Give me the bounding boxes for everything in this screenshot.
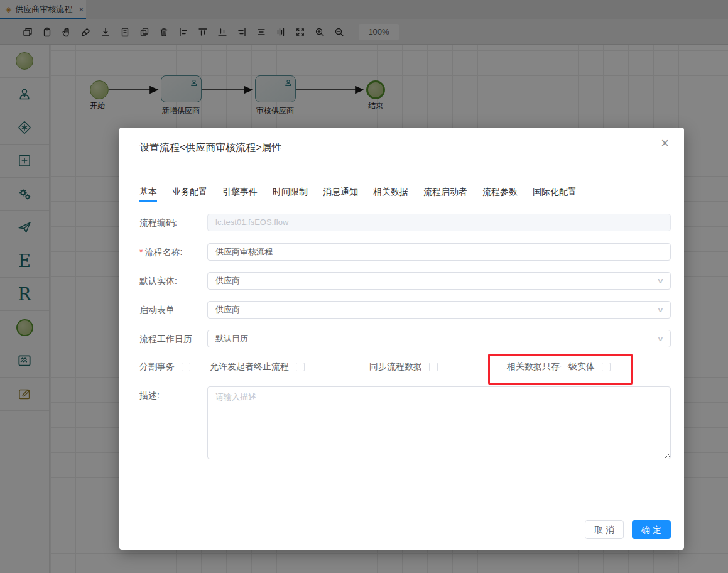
- dialog-footer: 取 消 确 定: [585, 520, 671, 539]
- chevron-down-icon: ∨: [656, 273, 664, 289]
- option-sync-process-data: 同步流程数据: [369, 358, 438, 376]
- close-icon[interactable]: ×: [661, 136, 669, 150]
- description-textarea[interactable]: [207, 386, 671, 459]
- start-form-select[interactable]: 供应商 ∨: [207, 301, 671, 319]
- option-allow-initiator-terminate: 允许发起者终止流程: [210, 358, 305, 376]
- tab-message-notify[interactable]: 消息通知: [323, 187, 358, 202]
- default-entity-select[interactable]: 供应商 ∨: [207, 272, 671, 290]
- option-related-data-one-level: 相关数据只存一级实体: [507, 358, 611, 376]
- form-row-work-calendar: 流程工作日历 默认日历 ∨: [139, 330, 671, 347]
- tab-business-config[interactable]: 业务配置: [172, 187, 207, 202]
- description-label: 描述:: [139, 386, 160, 404]
- tab-time-limit[interactable]: 时间限制: [273, 187, 308, 202]
- workflow-designer-app: ◈ 供应商审核流程 × 100% E R: [0, 0, 728, 573]
- work-calendar-label: 流程工作日历: [139, 330, 192, 347]
- start-form-label: 启动表单: [139, 301, 175, 319]
- confirm-button[interactable]: 确 定: [632, 520, 671, 539]
- process-code-label: 流程编码:: [139, 214, 177, 231]
- allow-initiator-terminate-checkbox[interactable]: [296, 363, 305, 371]
- form-row-process-name: *流程名称: 供应商审核流程: [139, 243, 671, 261]
- form-row-description: 描述:: [139, 386, 671, 459]
- process-properties-dialog: 设置流程<供应商审核流程>属性 × 基本 业务配置 引擎事件 时间限制 消息通知…: [119, 128, 684, 550]
- default-entity-label: 默认实体:: [139, 272, 177, 290]
- dialog-title: 设置流程<供应商审核流程>属性: [139, 141, 282, 155]
- form-row-process-code: 流程编码: lc.test01.fsEOS.flow: [139, 214, 671, 231]
- sync-process-data-checkbox[interactable]: [429, 363, 438, 371]
- chevron-down-icon: ∨: [656, 302, 664, 318]
- required-asterisk: *: [139, 247, 143, 257]
- process-code-input: lc.test01.fsEOS.flow: [207, 214, 671, 231]
- related-data-one-level-checkbox[interactable]: [602, 363, 611, 371]
- form-row-default-entity: 默认实体: 供应商 ∨: [139, 272, 671, 290]
- chevron-down-icon: ∨: [656, 330, 664, 347]
- tab-i18n-config[interactable]: 国际化配置: [533, 187, 577, 202]
- cancel-button[interactable]: 取 消: [585, 520, 624, 539]
- tab-engine-events[interactable]: 引擎事件: [222, 187, 258, 202]
- work-calendar-select[interactable]: 默认日历 ∨: [207, 330, 671, 347]
- split-transaction-checkbox[interactable]: [182, 363, 190, 371]
- tab-process-initiator[interactable]: 流程启动者: [423, 187, 467, 202]
- option-split-transaction: 分割事务: [139, 358, 190, 376]
- tab-related-data[interactable]: 相关数据: [373, 187, 408, 202]
- tab-basic[interactable]: 基本: [139, 187, 157, 202]
- process-name-input[interactable]: 供应商审核流程: [207, 243, 671, 261]
- form-row-start-form: 启动表单 供应商 ∨: [139, 301, 671, 319]
- form-row-options: 分割事务 允许发起者终止流程 同步流程数据 相关数据只存一级实体: [139, 358, 671, 376]
- tab-process-params[interactable]: 流程参数: [482, 187, 518, 202]
- dialog-tabs: 基本 业务配置 引擎事件 时间限制 消息通知 相关数据 流程启动者 流程参数 国…: [139, 187, 671, 202]
- process-name-label: *流程名称:: [139, 243, 182, 261]
